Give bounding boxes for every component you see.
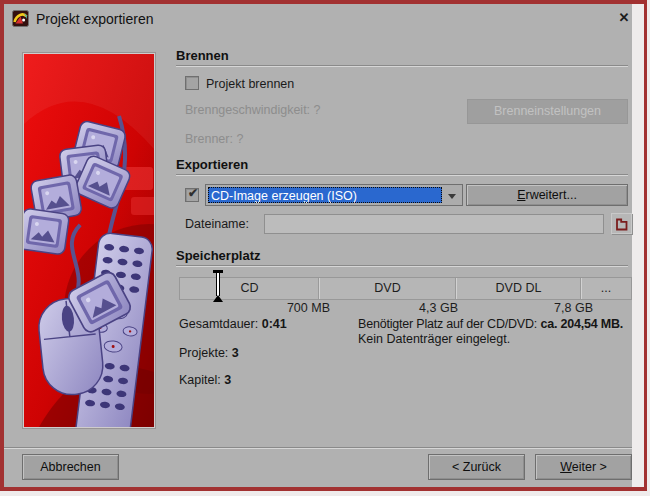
section-title-speicherplatz: Speicherplatz [176,248,261,263]
browse-folder-button[interactable] [611,213,632,234]
check-icon: ✔ [186,186,200,200]
window-frame-strip [632,4,644,487]
advanced-button[interactable]: Erweitert... [466,184,628,206]
chapters-value: 3 [224,373,231,387]
capacity-segment-more: ... [581,278,631,299]
projects-label: Projekte: [179,346,228,360]
section-divider [176,65,628,67]
capacity-indicator [213,270,223,302]
chapters-label: Kapitel: [179,373,221,387]
capacity-segment-cd: CD [180,278,319,299]
burn-project-label: Projekt brennen [206,77,294,91]
section-title-brennen: Brennen [176,48,229,63]
section-divider [176,265,628,267]
required-space-label: Benötigter Platz auf der CD/DVD: [358,317,537,331]
promo-image [22,52,156,429]
projects-count: Projekte: 3 [179,346,239,360]
export-checkbox[interactable]: ✔ [185,188,199,202]
burner-label: Brenner: ? [185,132,243,146]
segment-separator [456,278,457,299]
segment-separator [319,278,320,299]
folder-open-icon [612,214,631,233]
total-duration-label: Gesamtdauer: [179,317,258,331]
dropdown-arrow-icon[interactable] [448,194,456,199]
segment-separator [581,278,582,299]
projects-value: 3 [232,346,239,360]
capacity-value-cd: 700 MB [230,301,330,315]
capacity-bar: CD DVD DVD DL ... [179,277,632,300]
required-space-block: Benötigter Platz auf der CD/DVD: ca. 204… [358,317,636,347]
disc-status: Kein Datenträger eingelegt. [358,332,636,347]
cancel-button[interactable]: Abbrechen [22,454,119,480]
capacity-value-dvd-dl: 7,8 GB [493,301,593,315]
total-duration-value: 0:41 [262,317,287,331]
burn-speed-label: Brenngeschwindigkeit: ? [185,103,321,117]
chapters-count: Kapitel: 3 [179,373,231,387]
export-format-value: CD-Image erzeugen (ISO) [208,187,442,203]
section-divider [176,174,628,176]
export-format-select[interactable]: CD-Image erzeugen (ISO) [205,184,463,206]
total-duration: Gesamtdauer: 0:41 [179,317,287,331]
next-button[interactable]: Weiter > [535,454,632,480]
capacity-segment-dvd: DVD [319,278,456,299]
burn-project-checkbox[interactable] [185,76,199,90]
capacity-value-dvd: 4,3 GB [358,301,458,315]
capacity-segment-dvd-dl: DVD DL [456,278,581,299]
section-title-exportieren: Exportieren [176,157,248,172]
back-button[interactable]: < Zurück [428,454,525,480]
export-dialog: Projekt exportieren ✕ [0,0,647,491]
burn-settings-button: Brenneinstellungen [467,99,628,124]
footer-divider [4,447,632,449]
required-space-value: ca. 204,54 MB. [540,317,623,331]
app-icon [12,10,29,27]
window-title: Projekt exportieren [36,11,154,27]
close-icon[interactable]: ✕ [613,8,635,28]
filename-label: Dateiname: [185,217,249,231]
filename-input[interactable] [264,214,604,234]
